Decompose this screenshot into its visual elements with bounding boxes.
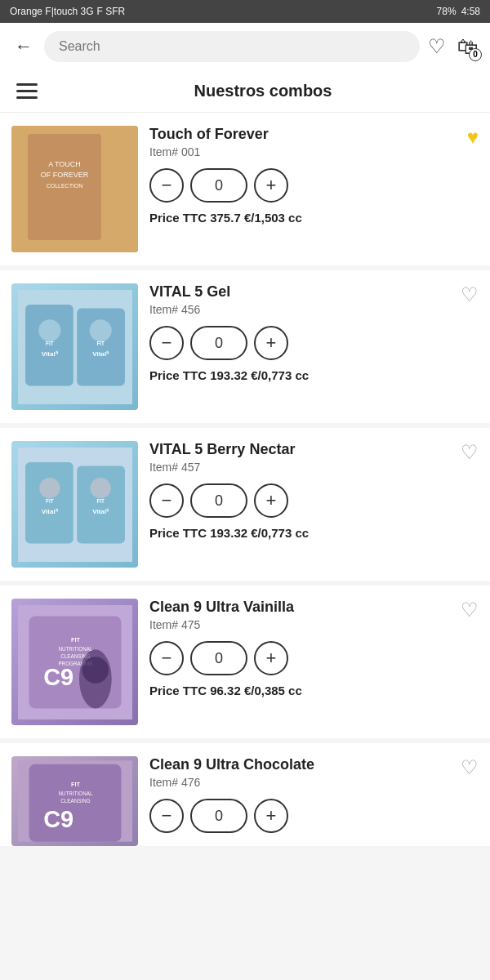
product-item-3: Item# 475 xyxy=(149,618,479,631)
cart-button[interactable]: 🛍 0 xyxy=(457,34,479,60)
increase-button-4[interactable]: + xyxy=(254,799,288,833)
product-svg-3: FIT NUTRITIONAL CLEANSING PROGRAMME C9 xyxy=(18,605,132,719)
product-svg-0: A TOUCH OF FOREVER COLLECTION xyxy=(18,132,132,247)
quantity-control-1: − 0 + xyxy=(149,326,479,360)
svg-point-16 xyxy=(89,319,111,341)
back-button[interactable]: ← xyxy=(11,33,36,60)
hamburger-line-3 xyxy=(16,96,38,99)
product-price-1: Price TTC 193.32 €/0,773 cc xyxy=(149,368,479,382)
decrease-button-4[interactable]: − xyxy=(149,799,184,833)
quantity-display-2: 0 xyxy=(190,483,247,518)
quantity-display-0: 0 xyxy=(190,168,247,203)
svg-point-25 xyxy=(90,478,110,498)
product-item-4: Item# 476 xyxy=(149,776,479,789)
wishlist-button[interactable]: ♡ xyxy=(428,35,446,58)
quantity-control-4: − 0 + xyxy=(149,799,479,833)
status-bar: Orange F|touch 3G F SFR 78% 4:58 xyxy=(0,0,490,23)
product-card-4: FIT NUTRITIONAL CLEANSING C9 Clean 9 Ult… xyxy=(0,743,490,846)
svg-text:Vital⁵: Vital⁵ xyxy=(92,350,109,358)
svg-text:NUTRITIONAL: NUTRITIONAL xyxy=(58,646,93,652)
carrier-text: Orange F|touch 3G xyxy=(10,6,94,17)
product-info-1: VITAL 5 Gel Item# 456 ♡ − 0 + Price TTC … xyxy=(149,283,479,382)
product-image-3: FIT NUTRITIONAL CLEANSING PROGRAMME C9 xyxy=(11,599,138,725)
increase-button-3[interactable]: + xyxy=(254,641,288,675)
quantity-control-0: − 0 + xyxy=(149,168,479,203)
svg-text:C9: C9 xyxy=(43,806,74,832)
product-price-2: Price TTC 193.32 €/0,773 cc xyxy=(149,526,479,540)
favorite-button-4[interactable]: ♡ xyxy=(461,756,479,779)
favorite-button-2[interactable]: ♡ xyxy=(461,441,479,464)
product-image-0: A TOUCH OF FOREVER COLLECTION xyxy=(11,126,138,252)
product-card-3: FIT NUTRITIONAL CLEANSING PROGRAMME C9 C… xyxy=(0,586,490,738)
product-info-3: Clean 9 Ultra Vainilla Item# 475 ♡ − 0 +… xyxy=(149,599,479,697)
product-item-0: Item# 001 xyxy=(149,145,479,158)
decrease-button-2[interactable]: − xyxy=(149,483,184,518)
svg-text:OF FOREVER: OF FOREVER xyxy=(48,168,87,176)
svg-rect-1 xyxy=(36,138,99,238)
quantity-display-1: 0 xyxy=(190,326,247,360)
quantity-control-3: − 0 + xyxy=(149,641,479,675)
decrease-button-0[interactable]: − xyxy=(149,168,184,203)
product-svg-2: FIT FIT Vital⁵ Vital⁵ xyxy=(18,448,132,562)
favorite-button-3[interactable]: ♡ xyxy=(461,599,479,621)
product-list: A TOUCH OF FOREVER COLLECTION Touch of F… xyxy=(0,113,490,846)
increase-button-2[interactable]: + xyxy=(254,483,288,518)
product-price-0: Price TTC 375.7 €/1,503 cc xyxy=(149,211,479,225)
product-name-1: VITAL 5 Gel xyxy=(149,283,479,301)
svg-text:CLEANSING: CLEANSING xyxy=(60,798,91,804)
product-svg-4: FIT NUTRITIONAL CLEANSING C9 xyxy=(18,756,132,846)
cart-count: 0 xyxy=(469,48,482,61)
quantity-display-4: 0 xyxy=(190,799,247,833)
svg-point-34 xyxy=(82,657,109,684)
product-card-0: A TOUCH OF FOREVER COLLECTION Touch of F… xyxy=(0,113,490,265)
product-image-1: FIT FIT Vital⁵ Vital⁵ xyxy=(11,283,138,410)
product-svg-1: FIT FIT Vital⁵ Vital⁵ xyxy=(18,290,132,404)
increase-button-0[interactable]: + xyxy=(254,168,288,203)
product-info-2: VITAL 5 Berry Nectar Item# 457 ♡ − 0 + P… xyxy=(149,441,479,540)
favorite-button-0[interactable]: ♥ xyxy=(467,126,479,149)
svg-point-24 xyxy=(39,478,60,498)
decrease-button-1[interactable]: − xyxy=(149,326,184,360)
svg-rect-19 xyxy=(77,466,125,543)
svg-point-7 xyxy=(68,180,100,213)
svg-text:FIT: FIT xyxy=(46,497,54,503)
svg-rect-2 xyxy=(38,140,96,235)
increase-button-1[interactable]: + xyxy=(254,326,288,360)
carrier2-text: F SFR xyxy=(97,6,126,17)
product-name-0: Touch of Forever xyxy=(149,126,479,143)
battery-text: 78% xyxy=(437,6,457,17)
product-image-2: FIT FIT Vital⁵ Vital⁵ xyxy=(11,441,138,568)
header-icons: ♡ 🛍 0 xyxy=(428,34,479,60)
product-info-4: Clean 9 Ultra Chocolate Item# 476 ♡ − 0 … xyxy=(149,756,479,841)
decrease-button-3[interactable]: − xyxy=(149,641,184,675)
status-left: Orange F|touch 3G F SFR xyxy=(10,6,125,17)
hamburger-line-2 xyxy=(16,90,38,92)
svg-rect-0 xyxy=(18,132,132,247)
svg-point-6 xyxy=(67,176,109,235)
header: ← ♡ 🛍 0 xyxy=(0,23,490,70)
hamburger-line-1 xyxy=(16,83,38,86)
product-info-0: Touch of Forever Item# 001 ♥ − 0 + Price… xyxy=(149,126,479,225)
favorite-button-1[interactable]: ♡ xyxy=(461,283,479,306)
search-input[interactable] xyxy=(44,31,420,62)
product-card-2: FIT FIT Vital⁵ Vital⁵ VITAL 5 Berry Nect… xyxy=(0,428,490,581)
svg-text:FIT: FIT xyxy=(71,781,80,788)
product-card-1: FIT FIT Vital⁵ Vital⁵ VITAL 5 Gel Item# … xyxy=(0,270,490,423)
svg-text:Vital⁵: Vital⁵ xyxy=(41,350,58,358)
svg-point-15 xyxy=(38,319,60,341)
svg-text:A TOUCH: A TOUCH xyxy=(54,159,80,167)
product-item-1: Item# 456 xyxy=(149,303,479,316)
status-right: 78% 4:58 xyxy=(437,6,480,17)
product-name-2: VITAL 5 Berry Nectar xyxy=(149,441,479,458)
svg-text:COLLECTION: COLLECTION xyxy=(53,178,82,183)
product-name-3: Clean 9 Ultra Vainilla xyxy=(149,599,479,616)
product-name-4: Clean 9 Ultra Chocolate xyxy=(149,756,479,773)
menu-button[interactable] xyxy=(16,83,38,99)
product-item-2: Item# 457 xyxy=(149,461,479,474)
svg-text:FIT: FIT xyxy=(96,497,105,503)
svg-text:Vital⁵: Vital⁵ xyxy=(92,508,109,515)
product-image-4: FIT NUTRITIONAL CLEANSING C9 xyxy=(11,756,138,846)
page-title: Nuestros combos xyxy=(52,82,474,100)
svg-text:Vital⁵: Vital⁵ xyxy=(41,508,58,515)
quantity-display-3: 0 xyxy=(190,641,247,675)
